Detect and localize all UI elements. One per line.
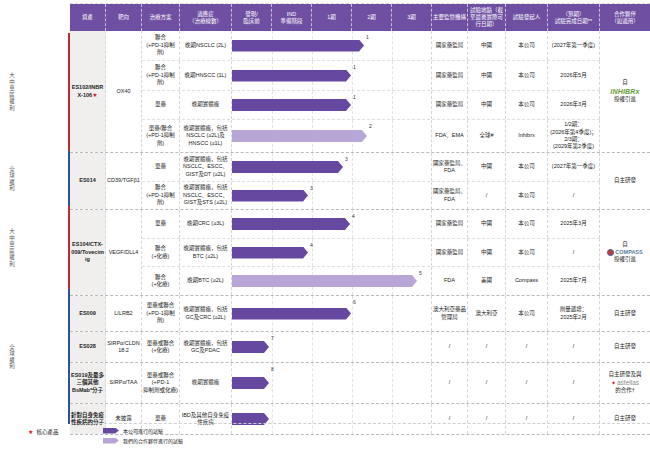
rows-wrap: 單藥IBD及其他自身免疫性疾病//// bbox=[142, 404, 600, 434]
regulator-cell: 澳大利亞藥品管理局 bbox=[432, 296, 468, 331]
header-cell-9: 主要監管機構 bbox=[432, 4, 468, 31]
partner-post-label: 授權引進 bbox=[614, 256, 636, 263]
partner-cell: 自主研發及與✦astellas的合作† bbox=[600, 363, 650, 403]
partner-cell: 自主研發 bbox=[600, 404, 650, 434]
bar-note-number: 8 bbox=[271, 366, 274, 373]
trial-row: 聯合 (+PD-1抑制劑)晚期實體瘤，包括NSCLC、ESCC、GIST及STS… bbox=[142, 182, 600, 209]
partner-pre-label: 自 bbox=[622, 79, 628, 86]
phase-gridline bbox=[392, 153, 393, 181]
trial-sponsor-cell: 本公司 bbox=[506, 296, 548, 331]
trial-row: 單藥晚期實體瘤，包括NSCLC、ESCC、GIST及DT (≥2L)3國家藥監局… bbox=[142, 153, 600, 182]
trial-row: 聯合 (+化療)晚期BTC (≥2L)5FDA美國Compass2025年7月 bbox=[142, 267, 600, 295]
phase-progress-cell: 7 bbox=[232, 332, 432, 362]
phase-progress-cell: 8 bbox=[232, 363, 432, 403]
rows-wrap: 單藥或聯合 (+PD-1 抑制劑或化療)晚期實體瘤8//// bbox=[142, 363, 600, 403]
indication-cell: 晚期BTC (≥2L) bbox=[180, 267, 232, 295]
asset-block-1: ES014CD39/TGFβ1單藥晚期實體瘤，包括NSCLC、ESCC、GIST… bbox=[70, 153, 650, 210]
bar-note-number: 6 bbox=[353, 299, 356, 306]
phase-gridline bbox=[272, 404, 273, 434]
phase-gridline bbox=[352, 239, 353, 266]
trial-sponsor-cell: Compass bbox=[506, 267, 548, 295]
phase-gridline bbox=[392, 210, 393, 238]
indication-cell: 晚期實體瘤，包括GC及PDAC bbox=[180, 332, 232, 362]
phase-gridline bbox=[392, 91, 393, 119]
phase-progress-cell bbox=[232, 404, 432, 434]
phase-gridline bbox=[352, 153, 353, 181]
legend-separator bbox=[84, 423, 650, 424]
partner-cell: 自COMPASS授權引進 bbox=[600, 210, 650, 295]
asset-block-0: ES102/INBRX-106★OX40聯合 (+PD-1抑制劑)晚期NSCLC… bbox=[70, 31, 650, 153]
phase-gridline bbox=[352, 363, 353, 403]
bar-note-number: 4 bbox=[352, 213, 355, 220]
header-cell-6: 1期 bbox=[312, 4, 352, 31]
phase-gridline bbox=[392, 332, 393, 362]
progress-bar bbox=[232, 40, 364, 52]
asset-cell: ES009 bbox=[70, 296, 106, 331]
pipeline-table: 資產靶向治療方案適應症 （治療線數）發現/ 臨床前IND 準備階段1期2期3期主… bbox=[70, 3, 650, 435]
header-cell-0: 資產 bbox=[70, 4, 106, 31]
phase-gridline bbox=[392, 120, 393, 152]
asset-cell: 針對自身免疫性疾病的分子 bbox=[70, 404, 106, 434]
trial-location-cell: / bbox=[468, 182, 506, 209]
header-cell-10: 試驗地點（截至最後實際可行日期） bbox=[468, 4, 506, 31]
legend-core-product: ★ 核心產品 bbox=[28, 428, 58, 436]
progress-bar bbox=[232, 218, 350, 230]
regulator-cell: / bbox=[432, 363, 468, 403]
phase-gridline bbox=[312, 332, 313, 362]
trial-completion-date-cell: (2027年第一季度) bbox=[548, 153, 600, 181]
regulator-cell: FDA、EMA bbox=[432, 120, 468, 152]
asset-block-4: ES028SIRPα/CLDN18.2單藥或聯合 (+化療)晚期實體瘤，包括GC… bbox=[70, 332, 650, 363]
rows-wrap: 單藥晚期CRC (≥3L)4國家藥監局中國本公司2025年3月聯合 (+化療)晚… bbox=[142, 210, 600, 295]
legend-item-label: 本公司進行的試驗 bbox=[123, 427, 163, 434]
treatment-cell: 單藥 bbox=[142, 91, 180, 119]
regulator-cell: 國家藥監局 bbox=[432, 31, 468, 60]
asset-name: ES028 bbox=[79, 343, 96, 350]
trial-sponsor-cell: 本公司 bbox=[506, 210, 548, 238]
treatment-cell: 單藥或聯合 (+PD-1 抑制劑或化療) bbox=[142, 363, 180, 403]
trial-row: 單藥晚期CRC (≥3L)4國家藥監局中國本公司2025年3月 bbox=[142, 210, 600, 239]
progress-bar bbox=[232, 130, 367, 142]
indication-cell: 晚期NSCLC (2L) bbox=[180, 31, 232, 60]
trial-row: 單藥/聯合 (+PD-1抑制劑)晚期實體瘤，包括NSCLC (≥2L)及HNSC… bbox=[142, 120, 600, 152]
rights-band-3: 全球權利 bbox=[0, 289, 70, 424]
phase-progress-cell: 1 bbox=[232, 91, 432, 119]
trial-location-cell: / bbox=[468, 404, 506, 434]
regulator-cell: / bbox=[432, 404, 468, 434]
rights-band-label: 全球權利 bbox=[8, 344, 16, 370]
rights-band-label: 全球權利 bbox=[8, 166, 16, 192]
phase-progress-cell: 4 bbox=[232, 210, 432, 238]
trial-location-cell: 中國 bbox=[468, 91, 506, 119]
asset-cell: ES028 bbox=[70, 332, 106, 362]
phase-gridline bbox=[352, 332, 353, 362]
treatment-cell: 單藥或聯合 (+PD-1抑制劑) bbox=[142, 296, 180, 331]
trial-sponsor-cell: / bbox=[506, 404, 548, 434]
trial-sponsor-cell: 本公司 bbox=[506, 153, 548, 181]
regulator-cell: FDA bbox=[432, 267, 468, 295]
indication-cell: 晚期實體瘤，包括GC及CRC (≥2L) bbox=[180, 296, 232, 331]
legend-item-label: 我們的合作夥伴進行的試驗 bbox=[123, 437, 183, 444]
rows-wrap: 單藥或聯合 (+化療)晚期實體瘤，包括GC及PDAC7//// bbox=[142, 332, 600, 362]
core-product-star-icon: ★ bbox=[92, 92, 97, 98]
bar-note-number: 5 bbox=[419, 270, 422, 277]
treatment-cell: 聯合 (+PD-1抑制劑) bbox=[142, 61, 180, 90]
header-cell-8: 3期 bbox=[392, 4, 432, 31]
target-cell: LILRB2 bbox=[106, 296, 142, 331]
trial-sponsor-cell: 本公司 bbox=[506, 91, 548, 119]
trial-location-cell: / bbox=[468, 332, 506, 362]
partner-self-label: 自主研發 bbox=[614, 415, 636, 422]
trial-row: 聯合 (+PD-1抑制劑)晚期HNSCC (1L)1國家藥監局中國本公司2026… bbox=[142, 61, 600, 91]
phase-gridline bbox=[392, 31, 393, 60]
regulator-cell: 國家藥監局、FDA bbox=[432, 153, 468, 181]
indication-cell: 晚期實體瘤，包括NSCLC (≥2L)及HNSCC (≥1L) bbox=[180, 120, 232, 152]
partner-cell: 自主研發 bbox=[600, 153, 650, 209]
indication-cell: 晚期HNSCC (1L) bbox=[180, 61, 232, 90]
trial-row: 單藥晚期實體瘤1國家藥監局中國本公司2026年3月 bbox=[142, 91, 600, 120]
asset-name: ES014 bbox=[79, 177, 96, 184]
phase-progress-cell: 6 bbox=[232, 296, 432, 331]
partner-self-label: 自主研發 bbox=[614, 177, 636, 184]
pipeline-table-header: 資產靶向治療方案適應症 （治療線數）發現/ 臨床前IND 準備階段1期2期3期主… bbox=[70, 3, 650, 31]
trial-row: 單藥或聯合 (+PD-1抑制劑)晚期實體瘤，包括GC及CRC (≥2L)6澳大利… bbox=[142, 296, 600, 331]
asset-name: ES102/INBRX-106★ bbox=[71, 84, 104, 99]
asset-name: ES019及最多三個其他BsMab*分子 bbox=[71, 372, 104, 394]
trial-row: 聯合 (+化療)晚期實體瘤，包括BTC (≥2L)4國家藥監局中國本公司/ bbox=[142, 239, 600, 267]
